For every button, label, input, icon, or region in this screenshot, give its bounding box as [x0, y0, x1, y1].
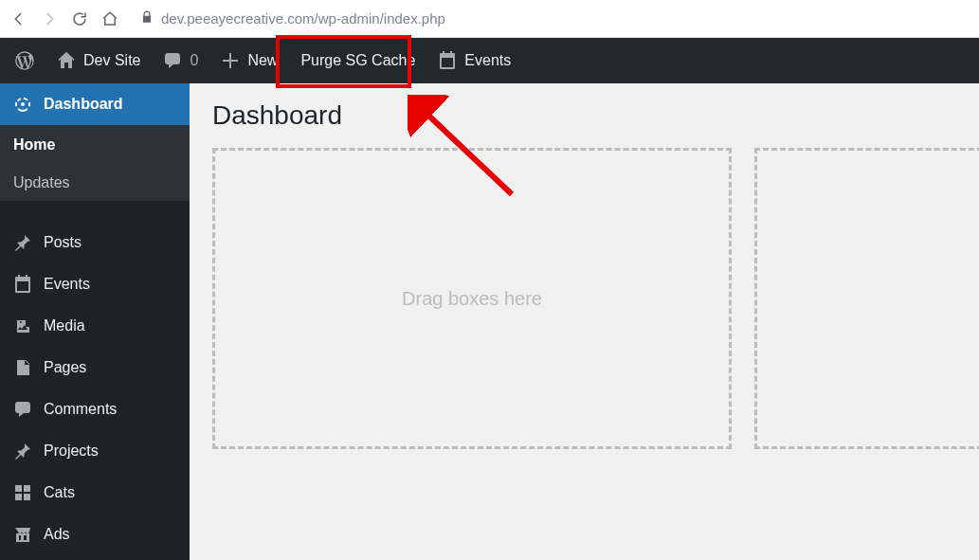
- house-icon: [57, 51, 76, 70]
- media-icon: [13, 316, 32, 335]
- drag-hint-text: Drag boxes here: [402, 288, 542, 310]
- pin-icon: [13, 442, 32, 461]
- purge-label: Purge SG Cache: [300, 52, 415, 69]
- reload-button[interactable]: [70, 9, 89, 28]
- plus-icon: [221, 51, 240, 70]
- forward-button[interactable]: [40, 9, 59, 28]
- sidebar-item-label: Pages: [44, 359, 86, 376]
- browser-toolbar: dev.peeayecreative.com/wp-admin/index.ph…: [0, 0, 979, 38]
- sidebar-item-projects[interactable]: Projects: [0, 430, 190, 472]
- sidebar-item-pages[interactable]: Pages: [0, 347, 190, 388]
- site-name-label: Dev Site: [83, 52, 140, 69]
- home-button[interactable]: [100, 9, 119, 28]
- widget-drop-zone[interactable]: Drag b: [754, 148, 979, 449]
- new-content-menu[interactable]: New: [211, 38, 287, 83]
- sidebar-item-label: Posts: [44, 234, 82, 251]
- dashboard-label: Dashboard: [44, 96, 123, 113]
- menu-separator: [0, 201, 190, 222]
- sidebar-item-label: Comments: [44, 401, 117, 418]
- comment-icon: [13, 400, 32, 419]
- calendar-icon: [438, 51, 457, 70]
- gallery-icon: [13, 483, 32, 502]
- dashboard-widgets-row: Drag boxes here Drag b: [212, 148, 956, 449]
- wp-logo-menu[interactable]: [6, 38, 44, 83]
- url-text: dev.peeayecreative.com/wp-admin/index.ph…: [161, 10, 445, 27]
- sidebar-item-posts[interactable]: Posts: [0, 222, 190, 263]
- admin-sidebar: Dashboard Home Updates Posts Events Medi…: [0, 83, 190, 560]
- sidebar-item-label: Media: [44, 317, 85, 334]
- sidebar-item-label: Ads: [44, 526, 70, 543]
- new-label: New: [247, 52, 278, 69]
- store-icon: [13, 525, 32, 544]
- pages-icon: [13, 358, 32, 377]
- dashboard-submenu: Home Updates: [0, 125, 190, 201]
- submenu-updates[interactable]: Updates: [0, 163, 190, 201]
- sidebar-item-events[interactable]: Events: [0, 263, 190, 305]
- main-content: Dashboard Drag boxes here Drag b: [190, 83, 979, 560]
- site-name-menu[interactable]: Dev Site: [47, 38, 150, 83]
- address-bar[interactable]: dev.peeayecreative.com/wp-admin/index.ph…: [131, 10, 970, 27]
- sidebar-item-dashboard[interactable]: Dashboard: [0, 83, 190, 125]
- dashboard-icon: [13, 95, 32, 114]
- calendar-icon: [13, 275, 32, 294]
- comment-icon: [163, 51, 182, 70]
- sidebar-item-label: Cats: [44, 484, 75, 501]
- back-button[interactable]: [9, 9, 28, 28]
- url-host: dev.peeayecreative.com: [161, 10, 314, 27]
- purge-cache-menu[interactable]: Purge SG Cache: [291, 38, 425, 83]
- page-title: Dashboard: [212, 100, 956, 131]
- url-path: /wp-admin/index.php: [314, 10, 444, 27]
- comments-menu[interactable]: 0: [154, 38, 208, 83]
- events-label: Events: [464, 52, 511, 69]
- sidebar-item-label: Events: [44, 276, 90, 293]
- sidebar-item-label: Projects: [44, 443, 99, 460]
- wordpress-icon: [15, 51, 34, 70]
- sidebar-item-ads[interactable]: Ads: [0, 514, 190, 555]
- wp-admin-bar: Dev Site 0 New Purge SG Cache Events: [0, 38, 979, 83]
- pin-icon: [13, 233, 32, 252]
- events-menu[interactable]: Events: [428, 38, 520, 83]
- sidebar-item-cats[interactable]: Cats: [0, 472, 190, 514]
- sidebar-item-comments[interactable]: Comments: [0, 388, 190, 430]
- comment-count: 0: [190, 52, 198, 69]
- submenu-home[interactable]: Home: [0, 125, 190, 163]
- sidebar-item-media[interactable]: Media: [0, 305, 190, 347]
- widget-drop-zone[interactable]: Drag boxes here: [212, 148, 732, 449]
- lock-icon: [140, 10, 154, 27]
